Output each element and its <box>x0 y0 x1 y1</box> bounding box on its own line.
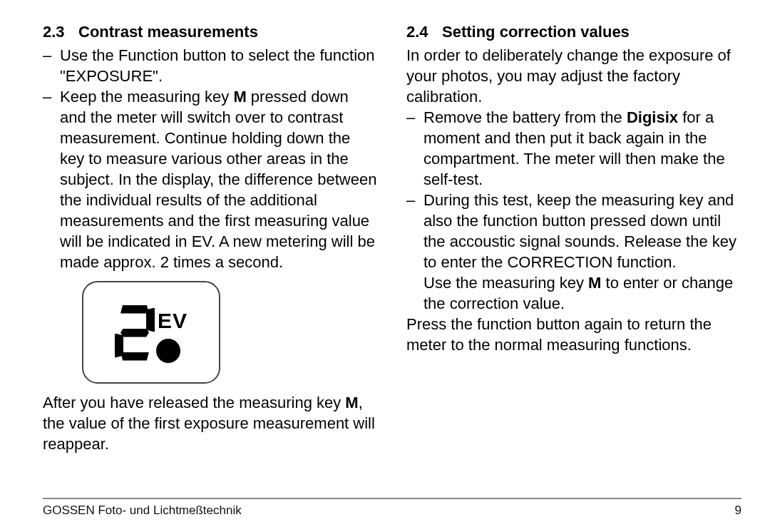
lcd-display-illustration: EV <box>82 281 220 384</box>
bullet-item: – Use the Function button to select the … <box>43 45 378 86</box>
bullet-text: Keep the measuring key M pressed down an… <box>60 86 378 272</box>
bullet-dash: – <box>406 190 423 314</box>
heading-text: Setting correction values <box>442 21 630 42</box>
bullet-dash: – <box>43 45 60 86</box>
bullet-text: During this test, keep the measuring key… <box>423 190 741 314</box>
text-fragment: Remove the battery from the <box>423 108 627 126</box>
bullet-text: Use the Function button to select the fu… <box>60 45 378 86</box>
bullet-item: – Keep the measuring key M pressed down … <box>43 86 378 272</box>
bold-digisix: Digisix <box>627 108 678 126</box>
two-column-layout: 2.3 Contrast measurements – Use the Func… <box>43 21 741 478</box>
paragraph: After you have released the measuring ke… <box>43 392 378 454</box>
manual-page: 2.3 Contrast measurements – Use the Func… <box>0 0 770 532</box>
text-fragment: Keep the measuring key <box>60 88 233 106</box>
bold-key-m: M <box>345 394 358 411</box>
display-content: EV <box>115 302 188 364</box>
heading-text: Contrast measurements <box>78 21 258 42</box>
bullet-item: – During this test, keep the measuring k… <box>406 190 741 314</box>
section-heading-2-3: 2.3 Contrast measurements <box>43 21 378 42</box>
right-column: 2.4 Setting correction values In order t… <box>406 21 741 478</box>
outro-paragraph: Press the function button again to retur… <box>406 314 741 355</box>
heading-number: 2.4 <box>406 21 442 42</box>
ev-label: EV <box>158 307 188 335</box>
bold-key-m: M <box>233 88 246 106</box>
bullet-dash: – <box>43 86 60 272</box>
footer-left: GOSSEN Foto- und Lichtmeßtechnik <box>43 503 242 518</box>
text-fragment: After you have released the measuring ke… <box>43 394 345 411</box>
dot-icon <box>156 339 180 363</box>
text-fragment: During this test, keep the measuring key… <box>423 191 736 271</box>
bold-key-m: M <box>588 274 601 292</box>
page-footer: GOSSEN Foto- und Lichtmeßtechnik 9 <box>43 498 741 518</box>
section-heading-2-4: 2.4 Setting correction values <box>406 21 741 42</box>
text-fragment: pressed down and the meter will switch o… <box>60 88 376 271</box>
bullet-dash: – <box>406 107 423 190</box>
left-column: 2.3 Contrast measurements – Use the Func… <box>43 21 378 478</box>
seven-segment-digit-2 <box>115 305 155 361</box>
text-fragment: Use the measuring key <box>423 274 588 292</box>
ev-stack: EV <box>158 308 188 364</box>
intro-paragraph: In order to deliberately change the expo… <box>406 45 741 107</box>
heading-number: 2.3 <box>43 21 78 42</box>
bullet-item: – Remove the battery from the Digisix fo… <box>406 107 741 190</box>
page-number: 9 <box>735 503 741 518</box>
bullet-text: Remove the battery from the Digisix for … <box>423 107 741 190</box>
